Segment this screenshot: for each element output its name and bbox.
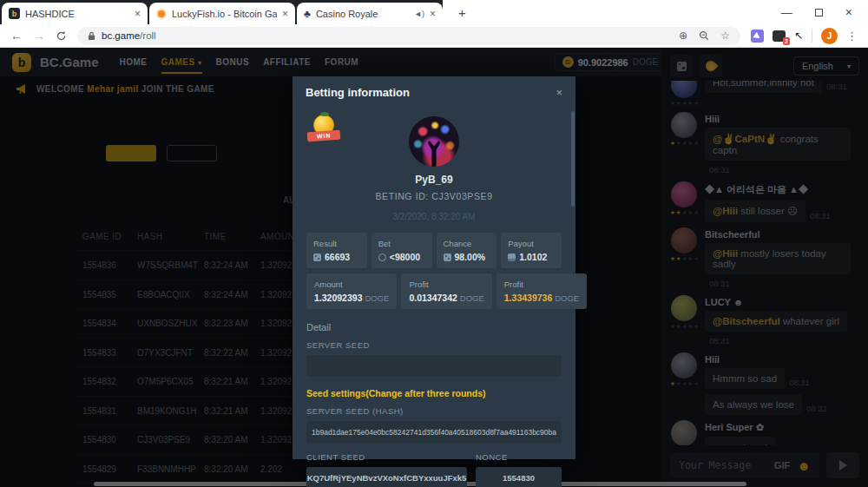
coin-icon bbox=[378, 253, 386, 261]
address-bar: ← → bc.game/roll ⊕ ☆ 2 ↖ J ⋮ bbox=[0, 24, 868, 48]
extension-blocker-icon[interactable]: 2 bbox=[773, 30, 786, 42]
seed-settings-label: Seed settings(Change after three rounds) bbox=[306, 388, 562, 398]
stat-bet: Bet <98000 bbox=[372, 233, 432, 268]
server-seed-hash-field[interactable]: 1b9ad1dae175e04e0bc58242741d356f40a40518… bbox=[306, 421, 562, 443]
divider bbox=[812, 29, 812, 43]
total-profit-box: Profit 1.33439736 DOGE bbox=[496, 273, 587, 309]
extension-pointer-icon[interactable] bbox=[751, 30, 764, 43]
zoom-out-icon[interactable] bbox=[699, 30, 709, 41]
nonce-field[interactable]: 1554830 bbox=[476, 467, 562, 487]
window-controls: — × bbox=[781, 5, 861, 19]
profile-avatar[interactable]: J bbox=[821, 28, 838, 44]
casino-favicon-icon: ♣ bbox=[304, 9, 311, 19]
stat-chance: Chance 98.00% bbox=[437, 233, 497, 268]
url-host: bc.game bbox=[102, 30, 140, 41]
betting-info-modal: Betting information × WIN PyB_69 BETING … bbox=[293, 76, 575, 459]
tab-hashdice[interactable]: b HASHDICE × bbox=[2, 3, 148, 24]
back-icon[interactable]: ← bbox=[10, 29, 23, 43]
tab-strip: b HASHDICE × LuckyFish.io - Bitcoin Gamb… bbox=[0, 0, 868, 24]
dice-icon bbox=[313, 253, 321, 261]
tabstrip-right: + — × bbox=[443, 0, 868, 24]
tab-close-icon[interactable]: × bbox=[282, 9, 288, 19]
dice-icon bbox=[444, 253, 451, 261]
amount-box: Amount 1.32092393 DOGE bbox=[306, 273, 397, 309]
bet-id: BETING ID: CJ3V03PSE9 bbox=[293, 191, 575, 201]
server-seed-label: SERVER SEED bbox=[306, 340, 562, 350]
bettor-avatar[interactable] bbox=[409, 116, 459, 167]
extensions-area: 2 ↖ J ⋮ bbox=[751, 28, 858, 44]
modal-scrollbar[interactable] bbox=[571, 111, 575, 207]
url-field[interactable]: bc.game/roll ⊕ ☆ bbox=[77, 27, 740, 45]
extension-badge: 2 bbox=[783, 37, 790, 45]
modal-close-icon[interactable]: × bbox=[556, 86, 562, 99]
maximize-button[interactable] bbox=[815, 9, 823, 16]
browser-menu-icon[interactable]: ⋮ bbox=[846, 30, 858, 43]
tab-close-icon[interactable]: × bbox=[135, 9, 141, 19]
tab-title: Casino Royale bbox=[316, 9, 409, 19]
lock-icon bbox=[88, 31, 95, 41]
server-seed-hash-label: SERVER SEED (HASH) bbox=[306, 406, 562, 416]
bcgame-favicon-icon: b bbox=[9, 8, 20, 19]
reload-icon[interactable] bbox=[56, 30, 67, 42]
url-path: /roll bbox=[140, 30, 156, 41]
server-seed-field[interactable] bbox=[306, 355, 562, 377]
zoom-in-icon[interactable]: ⊕ bbox=[679, 30, 687, 42]
tab-casino-royale[interactable]: ♣ Casino Royale ◄) × bbox=[297, 3, 443, 24]
tab-audio-icon[interactable]: ◄) bbox=[414, 10, 424, 18]
new-tab-button[interactable]: + bbox=[450, 5, 475, 20]
client-seed-label: CLIENT SEED bbox=[306, 452, 467, 462]
win-ribbon-label: WIN bbox=[307, 130, 341, 142]
client-seed-field[interactable]: KQ7UfRjYEyNBvzVXoNxfCBYxxuuJFxk5 bbox=[306, 467, 467, 487]
profit-box: Profit 0.01347342 DOGE bbox=[401, 273, 491, 309]
bet-date: 3/2/2020, 8:32:20 AM bbox=[293, 212, 575, 221]
tab-title: HASHDICE bbox=[25, 9, 129, 19]
luckyfish-favicon-icon bbox=[156, 9, 167, 19]
stat-result: Result 66693 bbox=[306, 233, 367, 268]
tab-close-icon[interactable]: × bbox=[430, 9, 436, 19]
stat-payout: Payout 1.0102 bbox=[501, 233, 562, 268]
win-badge: WIN bbox=[310, 115, 338, 142]
minimize-button[interactable]: — bbox=[781, 6, 792, 19]
detail-label: Detail bbox=[306, 322, 562, 332]
bettor-name: PyB_69 bbox=[293, 174, 575, 186]
window-close-button[interactable]: × bbox=[845, 5, 852, 19]
bookmark-star-icon[interactable]: ☆ bbox=[720, 30, 730, 42]
tab-title: LuckyFish.io - Bitcoin Gambling S bbox=[172, 9, 277, 19]
modal-title: Betting information bbox=[306, 86, 410, 99]
browser-chrome: b HASHDICE × LuckyFish.io - Bitcoin Gamb… bbox=[0, 0, 868, 48]
payout-icon bbox=[508, 253, 516, 261]
nonce-label: NONCE bbox=[476, 452, 562, 462]
forward-icon[interactable]: → bbox=[33, 29, 45, 43]
tab-luckyfish[interactable]: LuckyFish.io - Bitcoin Gambling S × bbox=[149, 3, 295, 24]
extension-cursor-icon[interactable]: ↖ bbox=[794, 30, 803, 42]
